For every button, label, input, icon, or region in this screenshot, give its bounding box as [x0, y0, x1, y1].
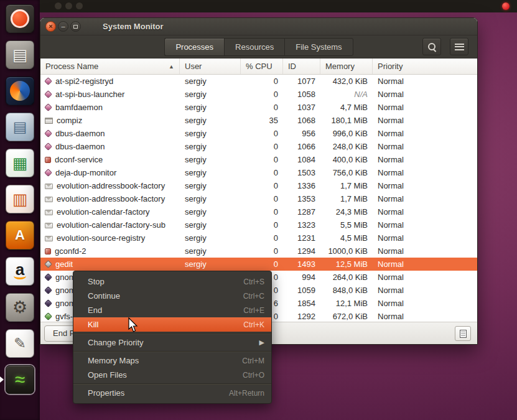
- system-settings-icon: [6, 293, 34, 322]
- tab-processes[interactable]: Processes: [164, 38, 224, 56]
- app-menu-button[interactable]: [450, 38, 468, 55]
- menu-item-memory-maps[interactable]: Memory Maps Ctrl+M: [73, 353, 271, 368]
- process-priority: Normal: [373, 231, 477, 245]
- tab-file-systems[interactable]: File Systems: [284, 38, 353, 56]
- process-icon: [45, 118, 53, 124]
- close-icon[interactable]: ×: [45, 21, 56, 32]
- process-row[interactable]: dbus-daemon sergiy 0 956 996,0 KiB Norma…: [40, 127, 477, 140]
- process-name: at-spi2-registryd: [55, 75, 113, 88]
- document-button[interactable]: [455, 326, 471, 341]
- process-cpu: 0: [241, 231, 283, 245]
- search-icon: [427, 42, 437, 52]
- process-priority: Normal: [373, 310, 477, 322]
- process-id: 1066: [283, 140, 320, 153]
- menu-separator: [73, 333, 271, 334]
- process-user: sergiy: [180, 179, 241, 192]
- titlebar[interactable]: × – System Monitor: [40, 18, 477, 35]
- launcher-item-software-center[interactable]: [5, 221, 35, 251]
- process-row[interactable]: dconf-service sergiy 0 1084 400,0 KiB No…: [40, 153, 477, 166]
- process-name: evolution-calendar-factory: [57, 205, 150, 218]
- system-monitor-icon: [6, 365, 34, 394]
- background-window-minimize-icon: [65, 2, 72, 9]
- menu-item-label: Continue: [88, 291, 120, 301]
- menu-item-shortcut: Ctrl+K: [243, 320, 264, 329]
- process-priority: Normal: [373, 114, 477, 127]
- process-user: sergiy: [180, 114, 241, 127]
- process-row[interactable]: dbus-daemon sergiy 0 1066 248,0 KiB Norm…: [40, 140, 477, 153]
- menu-item-kill[interactable]: Kill Ctrl+K: [73, 317, 271, 332]
- process-memory: 756,0 KiB: [320, 166, 373, 179]
- process-row[interactable]: gconfd-2 sergiy 0 1294 1000,0 KiB Normal: [40, 245, 477, 258]
- launcher-item-files[interactable]: [5, 40, 35, 70]
- background-window-maximize-icon: [76, 2, 83, 9]
- process-row[interactable]: deja-dup-monitor sergiy 0 1503 756,0 KiB…: [40, 166, 477, 179]
- process-icon: [45, 236, 53, 241]
- minimize-icon[interactable]: –: [58, 21, 68, 32]
- tab-bar: Processes Resources File Systems: [164, 38, 353, 56]
- process-priority: Normal: [373, 88, 477, 101]
- process-priority: Normal: [373, 284, 477, 297]
- process-row[interactable]: compiz sergiy 35 1068 180,1 MiB Normal: [40, 114, 477, 127]
- launcher-item-system-settings[interactable]: [5, 293, 35, 323]
- process-row[interactable]: evolution-calendar-factory-sub sergiy 0 …: [40, 218, 477, 231]
- menu-item-label: Change Priority: [88, 338, 144, 347]
- launcher-item-amazon[interactable]: [5, 257, 35, 287]
- launcher-item-text-document[interactable]: [5, 113, 35, 142]
- process-row[interactable]: gedit sergiy 0 1493 12,5 MiB Normal: [40, 258, 477, 271]
- process-row[interactable]: bamfdaemon sergiy 0 1037 4,7 MiB Normal: [40, 101, 477, 114]
- process-id: 1854: [283, 297, 320, 310]
- process-cpu: 0: [241, 192, 283, 205]
- process-row[interactable]: evolution-addressbook-factory sergiy 0 1…: [40, 192, 477, 205]
- process-memory: 5,5 MiB: [320, 218, 373, 231]
- firefox-icon: [6, 77, 34, 105]
- process-icon: [44, 142, 52, 151]
- launcher-item-ubuntu-logo[interactable]: [5, 4, 35, 34]
- menu-item-open-files[interactable]: Open Files Ctrl+O: [73, 368, 271, 382]
- menu-separator: [73, 383, 271, 385]
- process-user: sergiy: [180, 101, 241, 114]
- process-priority: Normal: [373, 166, 477, 179]
- launcher-item-libreoffice-calc[interactable]: [5, 149, 35, 179]
- process-row[interactable]: at-spi-bus-launcher sergiy 0 1058 N/A No…: [40, 88, 477, 101]
- launcher-item-firefox[interactable]: [5, 77, 35, 106]
- process-row[interactable]: evolution-addressbook-factory sergiy 0 1…: [40, 179, 477, 192]
- column-header-priority[interactable]: Priority: [373, 58, 477, 74]
- process-id: 1037: [283, 101, 320, 114]
- process-row[interactable]: evolution-calendar-factory sergiy 0 1287…: [40, 205, 477, 218]
- menu-item-change-priority[interactable]: Change Priority ▶: [73, 335, 271, 350]
- column-header-user[interactable]: User: [180, 58, 241, 74]
- process-name: gedit: [55, 258, 73, 271]
- menu-item-end[interactable]: End Ctrl+E: [73, 303, 271, 317]
- process-cpu: 0: [241, 75, 283, 88]
- launcher-item-text-editor[interactable]: [5, 329, 35, 359]
- tab-resources[interactable]: Resources: [224, 38, 284, 56]
- process-memory: 400,0 KiB: [320, 153, 373, 166]
- process-cpu: 0: [241, 140, 283, 153]
- column-header-memory[interactable]: Memory: [320, 58, 373, 74]
- process-priority: Normal: [373, 153, 477, 166]
- process-priority: Normal: [373, 179, 477, 192]
- process-memory: 24,3 MiB: [320, 205, 373, 218]
- column-header-cpu[interactable]: % CPU: [241, 58, 283, 74]
- column-header-id[interactable]: ID: [283, 58, 320, 74]
- process-id: 1231: [283, 231, 320, 245]
- search-button[interactable]: [422, 38, 441, 55]
- menu-item-stop[interactable]: Stop Ctrl+S: [73, 274, 271, 289]
- menu-item-properties[interactable]: Properties Alt+Return: [73, 386, 271, 400]
- maximize-icon[interactable]: [70, 21, 81, 32]
- column-header-process-name[interactable]: Process Name ▲: [40, 58, 180, 74]
- menu-item-shortcut: Ctrl+C: [243, 292, 264, 301]
- process-row[interactable]: at-spi2-registryd sergiy 0 1077 432,0 Ki…: [40, 75, 477, 88]
- process-id: 994: [283, 271, 320, 284]
- process-icon: [45, 223, 53, 228]
- process-memory: 996,0 KiB: [320, 127, 373, 140]
- launcher-item-libreoffice-impress[interactable]: [5, 185, 35, 215]
- menu-item-continue[interactable]: Continue Ctrl+C: [73, 289, 271, 303]
- process-user: sergiy: [180, 127, 241, 140]
- process-user: sergiy: [180, 245, 241, 258]
- process-row[interactable]: evolution-source-registry sergiy 0 1231 …: [40, 231, 477, 245]
- process-priority: Normal: [373, 101, 477, 114]
- launcher-item-system-monitor[interactable]: [5, 365, 35, 395]
- software-center-icon: [6, 221, 34, 250]
- libreoffice-impress-icon: [6, 185, 34, 213]
